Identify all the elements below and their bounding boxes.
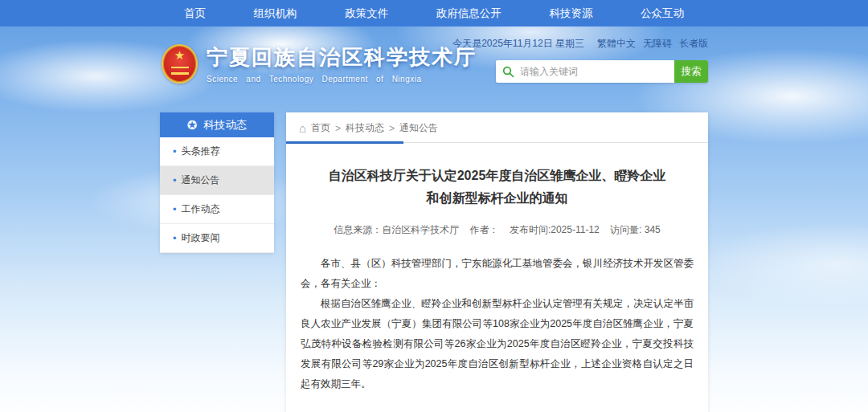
article-meta: 信息来源：自治区科学技术厅 作者： 发布时间:2025-11-12 访问量: 3… bbox=[301, 223, 694, 237]
page-title-line1: 自治区科技厅关于认定2025年度自治区雏鹰企业、瞪羚企业 bbox=[301, 165, 694, 187]
breadcrumb-separator: > bbox=[335, 123, 341, 134]
search-input[interactable] bbox=[520, 60, 674, 83]
circled-star-icon: ✪ bbox=[187, 119, 198, 131]
breadcrumb-tech-news[interactable]: 科技动态 bbox=[346, 121, 384, 135]
nav-item-home[interactable]: 首页 bbox=[184, 6, 206, 21]
sidebar-title: 科技动态 bbox=[203, 118, 247, 133]
article-paragraph: 根据自治区雏鹰企业、瞪羚企业和创新型标杆企业认定管理有关规定，决定认定半亩良人农… bbox=[301, 294, 694, 394]
sidebar: ✪ 科技动态 头条推荐 通知公告 工作动态 时政要闻 bbox=[160, 112, 274, 253]
nav-item-tech-resources[interactable]: 科技资源 bbox=[549, 6, 592, 21]
site-subtitle: Science and Technology Department of Nin… bbox=[207, 75, 477, 84]
sidebar-item-label: 时政要闻 bbox=[182, 231, 220, 245]
meta-source: 信息来源：自治区科学技术厅 bbox=[334, 224, 459, 235]
sidebar-header: ✪ 科技动态 bbox=[160, 112, 274, 137]
sidebar-item-label: 工作动态 bbox=[182, 202, 220, 216]
sidebar-item-label: 通知公告 bbox=[182, 173, 220, 187]
article: 自治区科技厅关于认定2025年度自治区雏鹰企业、瞪羚企业 和创新型标杆企业的通知… bbox=[286, 143, 708, 412]
main-panel: ⌂ 首页 > 科技动态 > 通知公告 自治区科技厅关于认定2025年度自治区雏鹰… bbox=[286, 112, 708, 412]
article-body: 各市、县（区）科技管理部门，宁东能源化工基地管委会，银川经济技术开发区管委会，各… bbox=[301, 254, 694, 394]
national-emblem-logo: ★ bbox=[162, 44, 198, 84]
header-topline: 今天是2025年11月12日 星期三 繁體中文 无障碍 长者版 bbox=[452, 37, 708, 51]
article-paragraph: 各市、县（区）科技管理部门，宁东能源化工基地管委会，银川经济技术开发区管委会，各… bbox=[301, 254, 694, 294]
sidebar-item-work-updates[interactable]: 工作动态 bbox=[160, 195, 274, 224]
meta-visits: 访问量: 345 bbox=[610, 224, 661, 235]
breadcrumb-home[interactable]: 首页 bbox=[311, 121, 330, 135]
emblem-star-icon: ★ bbox=[163, 49, 196, 61]
link-traditional-chinese[interactable]: 繁體中文 bbox=[597, 37, 636, 51]
search-icon bbox=[496, 60, 520, 83]
breadcrumb: ⌂ 首页 > 科技动态 > 通知公告 bbox=[286, 112, 708, 143]
header-right: 今天是2025年11月12日 星期三 繁體中文 无障碍 长者版 搜索 bbox=[452, 37, 708, 83]
search-button[interactable]: 搜索 bbox=[674, 60, 708, 83]
brand-text: 宁夏回族自治区科学技术厅 Science and Technology Depa… bbox=[207, 43, 477, 84]
site-header: ★ 宁夏回族自治区科学技术厅 Science and Technology De… bbox=[160, 27, 708, 112]
top-nav-items: 首页 组织机构 政策文件 政府信息公开 科技资源 公众互动 bbox=[160, 0, 708, 27]
link-accessibility[interactable]: 无障碍 bbox=[643, 37, 672, 51]
sidebar-item-headline-recommendations[interactable]: 头条推荐 bbox=[160, 137, 274, 166]
sidebar-item-political-news[interactable]: 时政要闻 bbox=[160, 224, 274, 253]
page-title-line2: 和创新型标杆企业的通知 bbox=[301, 187, 694, 210]
link-elder-version[interactable]: 长者版 bbox=[679, 37, 708, 51]
search-bar: 搜索 bbox=[496, 60, 708, 83]
emblem-gate-icon bbox=[171, 67, 189, 75]
meta-publish-time: 发布时间:2025-11-12 bbox=[510, 224, 600, 235]
page-title: 自治区科技厅关于认定2025年度自治区雏鹰企业、瞪羚企业 和创新型标杆企业的通知 bbox=[301, 165, 694, 210]
nav-item-gov-info-disclosure[interactable]: 政府信息公开 bbox=[436, 6, 502, 21]
home-icon: ⌂ bbox=[299, 122, 306, 134]
sidebar-item-label: 头条推荐 bbox=[182, 145, 220, 158]
content-area: ✪ 科技动态 头条推荐 通知公告 工作动态 时政要闻 ⌂ 首页 > 科技动态 >… bbox=[160, 112, 708, 412]
site-title: 宁夏回族自治区科学技术厅 bbox=[207, 43, 477, 71]
date-text: 今天是2025年11月12日 星期三 bbox=[452, 37, 584, 51]
sidebar-item-notice-announcements[interactable]: 通知公告 bbox=[160, 166, 274, 195]
meta-author: 作者： bbox=[470, 224, 499, 235]
top-nav-bar: 首页 组织机构 政策文件 政府信息公开 科技资源 公众互动 bbox=[0, 0, 868, 27]
breadcrumb-separator: > bbox=[389, 123, 395, 134]
nav-item-organization[interactable]: 组织机构 bbox=[254, 6, 297, 21]
header-quick-links: 繁體中文 无障碍 长者版 bbox=[597, 37, 708, 51]
nav-item-policy-documents[interactable]: 政策文件 bbox=[345, 6, 388, 21]
breadcrumb-notices[interactable]: 通知公告 bbox=[399, 121, 438, 135]
site-brand: ★ 宁夏回族自治区科学技术厅 Science and Technology De… bbox=[162, 43, 477, 84]
nav-item-public-interaction[interactable]: 公众互动 bbox=[641, 6, 684, 21]
